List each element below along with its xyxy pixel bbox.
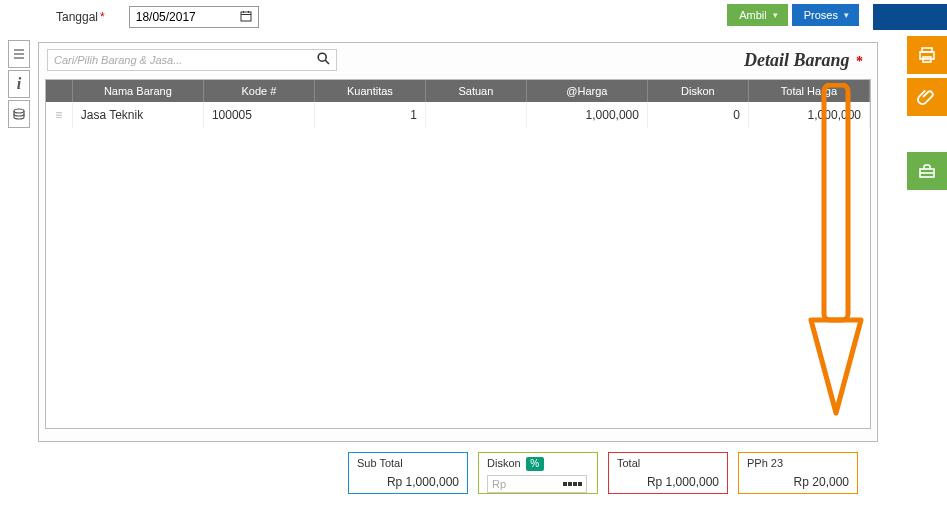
tanggal-input[interactable] [136,10,226,24]
svg-point-12 [14,109,24,113]
left-tab-info[interactable]: i [8,70,30,98]
cell-diskon[interactable]: 0 [647,102,748,128]
search-barang-text[interactable] [54,54,311,66]
summary-pph-value: Rp 20,000 [794,475,849,489]
left-tab-list[interactable] [8,40,30,68]
summary-diskon-label: Diskon % [487,457,589,471]
rail-attachment-button[interactable] [907,78,947,116]
panel-title: Detail Barang * [744,50,863,71]
chevron-down-icon: ▾ [773,10,778,20]
col-diskon[interactable]: Diskon [647,80,748,102]
cell-harga[interactable]: 1,000,000 [526,102,647,128]
summary-pph: PPh 23 Rp 20,000 [738,452,858,494]
summary-total-value: Rp 1,000,000 [647,475,719,489]
col-nama[interactable]: Nama Barang [72,80,203,102]
col-handle [46,80,72,102]
tanggal-label: Tanggal* [56,10,105,24]
detail-barang-panel: Detail Barang * Nama Barang Kode # Kuant… [38,42,878,442]
svg-line-14 [325,60,329,64]
cell-nama[interactable]: Jasa Teknik [72,102,203,128]
svg-rect-5 [920,52,934,59]
search-barang-input[interactable] [47,49,337,71]
summary-subtotal-value: Rp 1,000,000 [387,475,459,489]
summary-pph-label: PPh 23 [747,457,849,469]
tanggal-field[interactable] [129,6,259,28]
header-accent-block [873,4,947,30]
summary-total-label: Total [617,457,719,469]
cell-kuantitas[interactable]: 1 [314,102,425,128]
cell-satuan[interactable] [425,102,526,128]
col-total[interactable]: Total Harga [748,80,869,102]
percent-badge[interactable]: % [526,457,544,471]
table-row[interactable]: ≡ Jasa Teknik 100005 1 1,000,000 0 1,000… [46,102,870,128]
summary-diskon-input[interactable]: Rp [487,475,587,493]
rail-print-button[interactable] [907,36,947,74]
svg-marker-16 [811,320,861,413]
svg-rect-0 [241,12,251,21]
col-harga[interactable]: @Harga [526,80,647,102]
ambil-button[interactable]: Ambil▾ [727,4,788,26]
annotation-arrow [806,83,866,428]
row-drag-icon[interactable]: ≡ [46,102,72,128]
col-satuan[interactable]: Satuan [425,80,526,102]
left-tab-stack[interactable] [8,100,30,128]
chevron-down-icon: ▾ [844,10,849,20]
cell-total[interactable]: 1,000,000 [748,102,869,128]
cell-kode[interactable]: 100005 [203,102,314,128]
summary-subtotal: Sub Total Rp 1,000,000 [348,452,468,494]
keypad-icon[interactable] [563,482,582,486]
search-icon[interactable] [317,52,330,68]
proses-button[interactable]: Proses▾ [792,4,859,26]
summary-total: Total Rp 1,000,000 [608,452,728,494]
required-star: * [100,10,105,24]
svg-point-13 [318,53,326,61]
rail-toolbox-button[interactable] [907,152,947,190]
currency-placeholder: Rp [492,478,506,490]
col-kuantitas[interactable]: Kuantitas [314,80,425,102]
items-grid[interactable]: Nama Barang Kode # Kuantitas Satuan @Har… [45,79,871,429]
calendar-icon[interactable] [240,10,252,24]
summary-diskon[interactable]: Diskon % Rp [478,452,598,494]
summary-subtotal-label: Sub Total [357,457,459,469]
col-kode[interactable]: Kode # [203,80,314,102]
